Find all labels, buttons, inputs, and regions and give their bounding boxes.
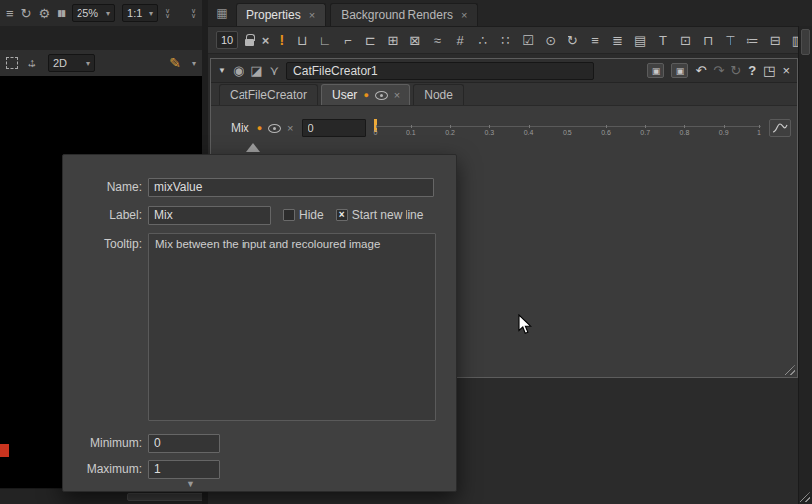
mix-knob-row: Mix ● × 00.1 0.20.3 0.40.5 0.60.7 0.80.9… <box>211 118 797 138</box>
curve-icon <box>772 122 788 134</box>
viewer-toolbar-gap <box>0 26 202 50</box>
close-panel-icon[interactable]: × <box>782 64 790 77</box>
tab-label: Background Renders <box>341 8 453 22</box>
close-tab-icon[interactable]: × <box>461 9 467 21</box>
marquee-select-icon[interactable] <box>6 57 18 69</box>
lock-panels-icon[interactable] <box>245 39 254 46</box>
tab-user[interactable]: User ● × <box>321 84 410 105</box>
tab-label: Node <box>424 88 453 102</box>
node-color-icon[interactable]: ◪ <box>250 64 262 77</box>
pane-vscrollbar[interactable] <box>798 26 812 504</box>
checkbox-knob-icon[interactable]: ☑ <box>520 30 537 50</box>
view-mode-select[interactable]: 2D ▾ <box>48 54 95 72</box>
center-node-icon[interactable]: ◉ <box>233 64 244 77</box>
name-label: Name: <box>63 180 142 194</box>
help-icon[interactable]: ? <box>748 64 756 77</box>
minimum-input[interactable] <box>148 434 220 453</box>
position-knob-icon[interactable]: ⌐ <box>339 30 356 50</box>
divider-knob-icon[interactable]: ⊟ <box>767 30 784 50</box>
remove-knob-icon[interactable]: × <box>287 122 293 134</box>
link-knob-icon[interactable]: ∷ <box>497 30 514 50</box>
list-knob-icon[interactable]: ≔ <box>744 30 761 50</box>
multiline-text-knob-icon[interactable]: ▤ <box>632 30 649 50</box>
close-tab-icon[interactable]: × <box>394 89 400 101</box>
label-field-row: Label: Hide × Start new line <box>63 205 434 225</box>
zoom-select[interactable]: 25% ▾ <box>72 4 115 22</box>
curve-knob-icon[interactable]: ≈ <box>429 30 446 50</box>
pane-menu-icon[interactable]: ▦ <box>212 2 232 24</box>
close-tab-icon[interactable]: × <box>309 9 315 21</box>
eye-icon[interactable] <box>268 124 281 133</box>
collapse-chevrons-icon[interactable]: ∨∨ <box>165 8 170 18</box>
mix-value-input[interactable] <box>302 119 366 137</box>
tab-label: Properties <box>246 8 301 22</box>
tab-label: CatFileCreator <box>230 88 307 102</box>
settings-gear-icon[interactable]: ⚙ <box>39 7 51 20</box>
max-panels-input[interactable] <box>216 31 238 49</box>
tab-properties[interactable]: Properties × <box>236 3 326 26</box>
error-icon[interactable]: ! <box>279 33 284 47</box>
info-knob-icon[interactable]: ⊙ <box>542 30 559 50</box>
tab-node[interactable]: Node <box>413 84 464 105</box>
title-knob-icon[interactable]: ⊤ <box>723 30 739 50</box>
text-knob-icon[interactable]: T <box>655 30 672 50</box>
tab-label: User <box>332 88 357 102</box>
name-input[interactable] <box>148 178 434 197</box>
collapse-panel-icon[interactable]: ▼ <box>218 67 226 75</box>
maximum-input[interactable] <box>148 460 220 479</box>
eye-icon[interactable] <box>375 91 388 100</box>
eyedropper-icon[interactable]: ✎ <box>169 56 181 70</box>
group-knob-icon[interactable]: ⊡ <box>677 30 694 50</box>
transform-handles-icon[interactable] <box>26 56 40 70</box>
align-left-icon[interactable]: ≡ <box>587 30 604 50</box>
edit-knobs-icon[interactable]: ▣ <box>647 63 664 78</box>
scrollbar-thumb[interactable] <box>801 29 810 55</box>
knob-changed-dot: ● <box>363 90 368 100</box>
panel-resize-grip[interactable] <box>783 365 795 375</box>
menu-icon[interactable]: ≡ <box>6 7 14 20</box>
axis-knob-icon[interactable]: ∟ <box>317 30 334 50</box>
knob-changed-dot: ● <box>257 123 262 133</box>
channelset-knob-icon[interactable]: ∴ <box>474 30 491 50</box>
tab-knob-icon[interactable]: ⊓ <box>700 30 717 50</box>
float-panel-icon[interactable]: ◳ <box>763 64 775 77</box>
label-input[interactable] <box>148 206 271 225</box>
pause-icon[interactable]: ▮▮ <box>57 9 65 18</box>
postage-stamp-icon[interactable]: ⋎ <box>270 64 280 77</box>
manage-knobs-icon[interactable]: ▣ <box>671 63 688 78</box>
channels-knob-icon[interactable]: # <box>452 30 469 50</box>
popup-anchor-arrow <box>246 143 260 152</box>
start-new-line-checkbox[interactable]: × Start new line <box>336 208 424 222</box>
tab-background-renders[interactable]: Background Renders × <box>330 3 478 26</box>
tab-catfilecreator[interactable]: CatFileCreator <box>219 84 318 105</box>
checkbox-unchecked-icon[interactable] <box>283 209 295 221</box>
curve-editor-button[interactable] <box>769 119 791 137</box>
minimum-label: Minimum: <box>63 436 142 450</box>
python-button-knob-icon[interactable]: ↻ <box>565 30 581 50</box>
undo-icon[interactable]: ↶ <box>695 64 706 77</box>
align-justify-icon[interactable]: ≣ <box>609 30 626 50</box>
node-name-input[interactable] <box>286 62 594 80</box>
redo-icon[interactable]: ↷ <box>713 64 724 77</box>
close-all-panels-icon[interactable]: × <box>262 34 270 47</box>
tooltip-textarea[interactable]: Mix between the input and recoloured ima… <box>148 233 436 421</box>
minimum-field-row: Minimum: <box>63 433 434 453</box>
transform-knob-icon[interactable]: ⊞ <box>385 30 402 50</box>
revert-icon[interactable]: ↻ <box>731 64 741 77</box>
pane-tab-bar: ▦ Properties × Background Renders × <box>208 0 812 26</box>
checkbox-checked-icon[interactable]: × <box>336 209 348 221</box>
refresh-icon[interactable]: ↻ <box>21 7 32 20</box>
hide-checkbox[interactable]: Hide <box>283 208 324 222</box>
expand-more-icon[interactable]: ▼ <box>186 479 195 489</box>
chevron-down-icon[interactable]: ▾ <box>192 59 196 68</box>
label-label: Label: <box>63 208 142 222</box>
cornerpin-knob-icon[interactable]: ⊠ <box>406 30 423 50</box>
scrollbar-thumb[interactable] <box>127 493 209 501</box>
edit-knob-dialog: Name: Label: Hide × Start new line Toolt… <box>62 154 457 492</box>
overflow-chevrons-icon[interactable]: ∨∨ <box>191 8 196 18</box>
bbox-knob-icon[interactable]: ⊏ <box>362 30 379 50</box>
mouse-cursor <box>518 314 532 335</box>
ratio-select[interactable]: 1:1 ▾ <box>122 4 158 22</box>
pulldown-knob-icon[interactable]: ⊔ <box>294 30 311 50</box>
mix-slider[interactable]: 00.1 0.20.3 0.40.5 0.60.7 0.80.9 1 <box>374 117 761 139</box>
